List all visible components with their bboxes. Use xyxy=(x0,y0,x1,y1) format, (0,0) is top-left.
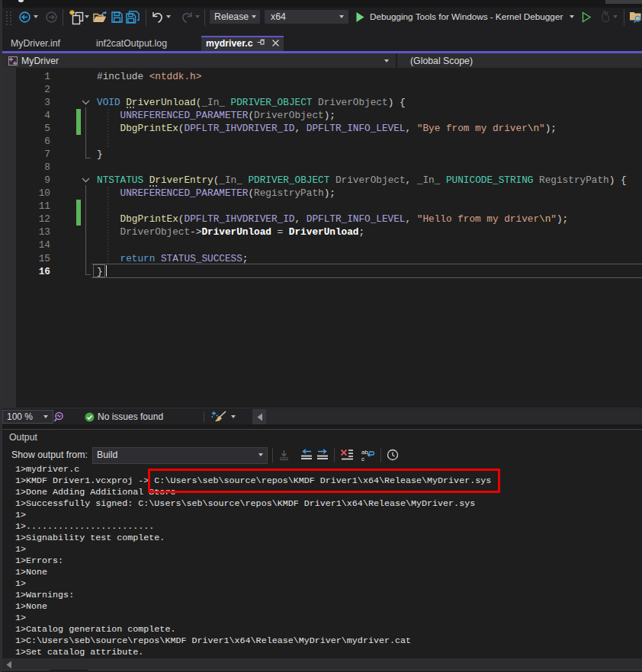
svg-text:c: c xyxy=(361,456,364,462)
